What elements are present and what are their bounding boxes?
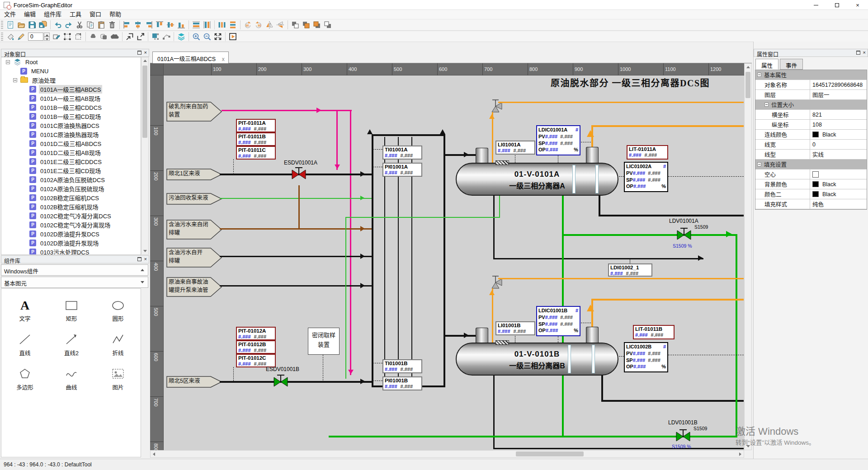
indicator-TI01001B[interactable]: TI01001B #.####.### — [382, 359, 422, 373]
indicator-PI01001B[interactable]: PI01001B #.####.### — [382, 376, 422, 390]
line-width-spinner[interactable]: 0 — [28, 33, 50, 41]
shape-圆形[interactable]: 圆形 — [95, 294, 141, 326]
menu-5[interactable]: 帮助 — [105, 10, 125, 19]
save-icon[interactable] — [27, 20, 37, 30]
select-bounds-icon[interactable] — [62, 32, 72, 42]
shape-图片[interactable]: 图片 — [95, 363, 141, 395]
expand-icon[interactable] — [141, 281, 144, 285]
float-panel-icon[interactable] — [137, 51, 142, 55]
scroll-right-icon[interactable] — [737, 451, 744, 457]
shape-直线[interactable]: 直线 — [2, 329, 47, 360]
relief-valve-icon[interactable] — [487, 273, 504, 291]
prop-value-7[interactable]: 0 — [810, 140, 867, 149]
float-panel-icon[interactable] — [137, 257, 142, 261]
scroll-up-icon[interactable] — [142, 57, 148, 64]
tree-item-15[interactable]: P0102C稳定气冷凝分离现场 — [1, 220, 141, 229]
maximize-button[interactable] — [826, 0, 847, 10]
align-left-icon[interactable] — [122, 20, 132, 30]
send-backward-icon[interactable] — [323, 20, 333, 30]
controller-LIC01002B[interactable]: LIC01002B# PV#.####.### SP#.####.### OP#… — [624, 342, 668, 372]
tree-item-2[interactable]: P0101B一级三相CDDCS — [1, 103, 141, 112]
shape-矩形[interactable]: 矩形 — [49, 294, 94, 326]
tree-item-17[interactable]: P0102D原油提升泵现场 — [1, 238, 141, 247]
tab-events[interactable]: 事件 — [780, 59, 803, 70]
close-button[interactable]: × — [847, 0, 868, 10]
zoom-fit-icon[interactable] — [213, 32, 223, 42]
scroll-up-icon[interactable] — [745, 64, 751, 70]
stream-flag-1[interactable]: 顺北1区来液 — [166, 169, 222, 182]
prop-group-3[interactable]: 位置大小 — [755, 100, 867, 110]
tree-node-folder[interactable]: 原油处理 — [1, 75, 141, 85]
select-rotate-icon[interactable] — [73, 32, 83, 42]
run-icon[interactable] — [228, 32, 238, 42]
align-middle-icon[interactable] — [165, 20, 175, 30]
align-bottom-icon[interactable] — [176, 20, 186, 30]
zoom-out-icon[interactable] — [202, 32, 212, 42]
indicator-LI01001B[interactable]: LI01001B #.####.### — [495, 321, 535, 335]
controller-LDIC01001B[interactable]: LDIC01001B# PV#.####.### SP#.####.### OP… — [536, 306, 580, 336]
undo-icon[interactable] — [53, 20, 63, 30]
rotate-cw-90-icon[interactable]: 90 — [243, 20, 253, 30]
canvas-vscroll-thumb[interactable] — [745, 72, 750, 98]
indicator-PI01001A[interactable]: PI01001A #.####.### — [382, 163, 422, 177]
delete-icon[interactable] — [107, 20, 117, 30]
export-icon[interactable] — [136, 32, 146, 42]
tree-item-5[interactable]: P0101C原油换热器现场 — [1, 130, 141, 139]
prop-value-4[interactable]: 821 — [810, 110, 867, 119]
library-section-windows[interactable]: Windows组件 — [1, 264, 148, 276]
indicator-PIT-01011B[interactable]: PIT-01011B #.####.### — [236, 132, 276, 146]
prop-value-11[interactable]: Black — [810, 179, 867, 189]
tree-item-16[interactable]: P0102D原油提升泵DCS — [1, 229, 141, 238]
stream-flag-0[interactable]: 破乳剂来自加药装置 — [166, 102, 222, 123]
same-height-icon[interactable] — [202, 20, 212, 30]
collapse-box-icon[interactable] — [757, 73, 761, 77]
spinner-down-icon[interactable] — [44, 37, 50, 41]
vessel-01-V-0101A[interactable]: 01-V-0101A 一级三相分离器A — [456, 163, 618, 196]
indicator-LDI01002_1[interactable]: LDI01002_1 #.####.### — [608, 263, 652, 277]
indicator-LIT-01011A[interactable]: LIT-01011A #.####.### — [627, 145, 668, 160]
align-right-icon[interactable] — [144, 20, 154, 30]
shape-blob1-icon[interactable] — [88, 32, 98, 42]
prop-value-10[interactable] — [810, 169, 867, 179]
float-panel-icon[interactable] — [856, 51, 860, 55]
prop-value-8[interactable]: 实线 — [810, 150, 867, 159]
flip-vertical-icon[interactable] — [275, 20, 285, 30]
open-icon[interactable] — [16, 20, 26, 30]
node-edit-icon[interactable] — [161, 32, 171, 42]
controller-LIC01002A[interactable]: LIC01002A# PV#.####.### SP#.####.### OP#… — [624, 162, 668, 192]
shape-多边形[interactable]: 多边形 — [2, 363, 47, 395]
indicator-PIT-01012C[interactable]: PIT-01012C #.####.### — [236, 354, 276, 367]
menu-3[interactable]: 工具 — [66, 10, 85, 19]
indicator-LI01001A[interactable]: LI01001A #.####.### — [495, 141, 535, 155]
canvas-hscrollbar[interactable] — [150, 450, 744, 458]
controller-LDIC01001A[interactable]: LDIC01001A# PV#.####.### SP#.####.### OP… — [536, 125, 580, 155]
menu-0[interactable]: 文件 — [0, 10, 20, 19]
close-panel-icon[interactable]: × — [863, 51, 866, 55]
collapse-icon[interactable] — [141, 267, 144, 271]
save-all-icon[interactable] — [38, 20, 48, 30]
prop-value-2[interactable]: 图层一 — [810, 90, 867, 99]
spinner-up-icon[interactable] — [44, 33, 50, 37]
toolbar-grip[interactable] — [1, 33, 3, 41]
collapse-box-icon[interactable] — [6, 60, 10, 64]
import-icon[interactable] — [125, 32, 135, 42]
group-icon[interactable] — [151, 32, 160, 42]
relief-valve-icon[interactable] — [487, 97, 504, 115]
menu-1[interactable]: 编辑 — [20, 10, 40, 19]
distribute-v-icon[interactable] — [228, 20, 238, 30]
tree-item-14[interactable]: P0102C稳定气冷凝分离DCS — [1, 211, 141, 220]
indicator-LIT-01011B[interactable]: LIT-01011B #.####.### — [633, 325, 675, 339]
valve-LDV01001B[interactable] — [675, 427, 691, 444]
tree-item-7[interactable]: P0101D二级三相AB现场 — [1, 148, 141, 157]
indicator-PIT-01011A[interactable]: PIT-01011A #.####.### — [236, 119, 276, 132]
close-panel-icon[interactable]: × — [144, 257, 147, 261]
stream-flag-3[interactable]: 含油污水来自闭排罐 — [166, 220, 222, 241]
line-color-icon[interactable] — [16, 32, 26, 42]
tree-scroll-thumb[interactable] — [142, 66, 147, 138]
valve-LDV01001A[interactable] — [676, 225, 692, 242]
valve-ESDV01001B[interactable] — [273, 372, 288, 389]
rotate-ccw-90-icon[interactable]: 90 — [254, 20, 264, 30]
flip-horizontal-icon[interactable] — [264, 20, 274, 30]
prop-value-13[interactable]: 纯色 — [810, 199, 867, 209]
tree-item-11[interactable]: P0102A原油负压脱硫现场 — [1, 184, 141, 193]
